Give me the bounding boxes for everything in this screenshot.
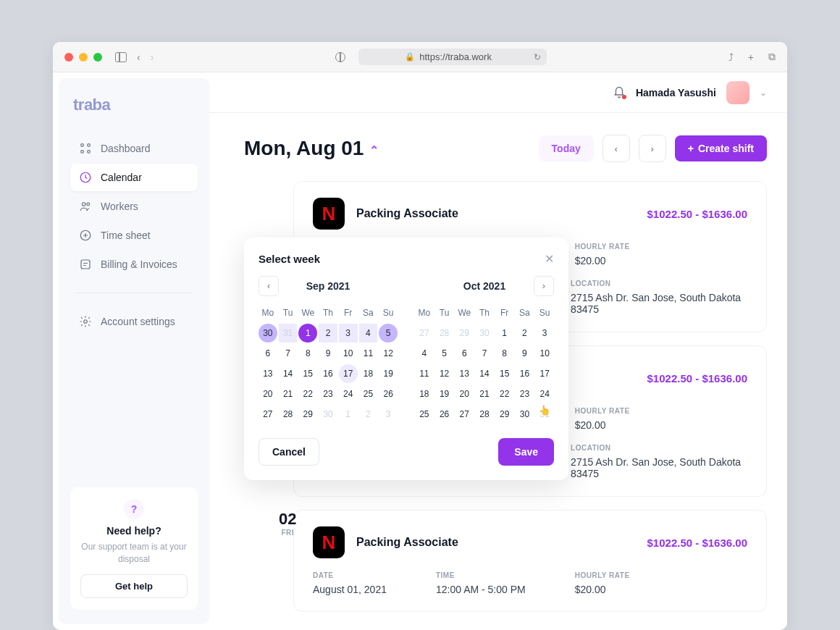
- calendar-day[interactable]: 21: [475, 385, 494, 403]
- calendar-day[interactable]: 8: [495, 344, 514, 363]
- calendar-day[interactable]: 4: [415, 344, 434, 363]
- calendar-day[interactable]: 25: [359, 385, 378, 403]
- close-window[interactable]: [64, 53, 73, 62]
- calendar-day[interactable]: 7: [475, 344, 494, 363]
- calendar-day[interactable]: 22: [495, 385, 514, 403]
- cancel-button[interactable]: Cancel: [259, 438, 319, 466]
- calendar-day[interactable]: 26: [379, 385, 398, 403]
- calendar-day[interactable]: 13: [455, 364, 474, 383]
- calendar-day[interactable]: 27: [415, 324, 434, 343]
- calendar-day[interactable]: 28: [279, 405, 298, 424]
- calendar-day[interactable]: 9: [516, 344, 534, 363]
- calendar-day[interactable]: 27: [259, 405, 277, 424]
- calendar-day[interactable]: 7: [279, 344, 298, 363]
- calendar-day[interactable]: 1: [495, 324, 514, 343]
- calendar-day[interactable]: 17: [339, 364, 358, 383]
- calendar-day[interactable]: 19: [379, 364, 398, 383]
- avatar[interactable]: [726, 81, 749, 104]
- calendar-day[interactable]: 3: [379, 405, 398, 424]
- save-button[interactable]: Save: [498, 438, 554, 466]
- calendar-day[interactable]: 30: [475, 324, 494, 343]
- sidebar-item-settings[interactable]: Account settings: [70, 308, 198, 335]
- minimize-window[interactable]: [79, 53, 88, 62]
- calendar-day[interactable]: 26: [435, 405, 454, 424]
- calendar-day[interactable]: 30: [516, 405, 534, 424]
- calendar-day[interactable]: 23: [319, 385, 337, 403]
- share-icon[interactable]: ⤴: [728, 51, 734, 63]
- calendar-day[interactable]: 24: [535, 385, 554, 403]
- new-tab-icon[interactable]: +: [748, 51, 754, 63]
- calendar-day[interactable]: 12: [379, 344, 398, 363]
- calendar-day[interactable]: 24: [339, 385, 358, 403]
- get-help-button[interactable]: Get help: [80, 574, 188, 598]
- calendar-day[interactable]: 2: [359, 405, 378, 424]
- prev-day-button[interactable]: ‹: [602, 135, 630, 162]
- calendar-day[interactable]: 5: [435, 344, 454, 363]
- calendar-day[interactable]: 22: [298, 385, 317, 403]
- calendar-day[interactable]: 5: [379, 324, 398, 343]
- calendar-day[interactable]: 18: [359, 364, 378, 383]
- calendar-day[interactable]: 14: [279, 364, 298, 383]
- calendar-day[interactable]: 15: [298, 364, 317, 383]
- chevron-down-icon[interactable]: ⌄: [760, 88, 767, 98]
- calendar-day[interactable]: 17: [535, 364, 554, 383]
- bell-icon[interactable]: [613, 86, 626, 99]
- sidebar-item-dashboard[interactable]: Dashboard: [70, 135, 198, 162]
- calendar-day[interactable]: 28: [475, 405, 494, 424]
- calendar-day[interactable]: 16: [516, 364, 534, 383]
- calendar-day[interactable]: 1: [298, 324, 317, 343]
- maximize-window[interactable]: [93, 53, 102, 62]
- sidebar-toggle-icon[interactable]: [115, 52, 127, 62]
- create-shift-button[interactable]: + Create shift: [675, 135, 767, 161]
- calendar-day[interactable]: 14: [475, 364, 494, 383]
- calendar-day[interactable]: 30: [319, 405, 337, 424]
- next-month-button[interactable]: ›: [534, 276, 554, 296]
- calendar-day[interactable]: 27: [455, 405, 474, 424]
- calendar-day[interactable]: 13: [259, 364, 277, 383]
- calendar-day[interactable]: 3: [339, 324, 358, 343]
- calendar-day[interactable]: 23: [516, 385, 534, 403]
- calendar-day[interactable]: 12: [435, 364, 454, 383]
- calendar-day[interactable]: 11: [415, 364, 434, 383]
- calendar-day[interactable]: 21: [279, 385, 298, 403]
- calendar-day[interactable]: 6: [455, 344, 474, 363]
- calendar-day[interactable]: 19: [435, 385, 454, 403]
- sidebar-item-workers[interactable]: Workers: [70, 193, 198, 220]
- calendar-day[interactable]: 29: [495, 405, 514, 424]
- calendar-day[interactable]: 10: [339, 344, 358, 363]
- calendar-day[interactable]: 30: [259, 324, 277, 343]
- close-icon[interactable]: ✕: [545, 252, 554, 266]
- calendar-day[interactable]: 3: [535, 324, 554, 343]
- calendar-day[interactable]: 25: [415, 405, 434, 424]
- next-day-button[interactable]: ›: [639, 135, 666, 162]
- calendar-day[interactable]: 2: [516, 324, 534, 343]
- calendar-day[interactable]: 1: [339, 405, 358, 424]
- privacy-shield-icon[interactable]: [335, 52, 345, 62]
- calendar-day[interactable]: 8: [298, 344, 317, 363]
- shift-card[interactable]: N Packing Associate $1022.50 - $1636.00 …: [293, 510, 767, 612]
- calendar-day[interactable]: 20: [455, 385, 474, 403]
- calendar-day[interactable]: 6: [259, 344, 277, 363]
- calendar-day[interactable]: 15: [495, 364, 514, 383]
- forward-icon[interactable]: ›: [151, 51, 154, 63]
- calendar-day[interactable]: 18: [415, 385, 434, 403]
- calendar-day[interactable]: 31: [279, 324, 298, 343]
- calendar-day[interactable]: 29: [455, 324, 474, 343]
- back-icon[interactable]: ‹: [137, 51, 140, 63]
- reload-icon[interactable]: ↻: [534, 52, 541, 62]
- calendar-day[interactable]: 29: [298, 405, 317, 424]
- calendar-day[interactable]: 20: [259, 385, 277, 403]
- calendar-day[interactable]: 28: [435, 324, 454, 343]
- calendar-day[interactable]: 10: [535, 344, 554, 363]
- sidebar-item-timesheet[interactable]: Time sheet: [70, 222, 198, 249]
- sidebar-item-calendar[interactable]: Calendar: [70, 164, 198, 191]
- calendar-day[interactable]: 16: [319, 364, 337, 383]
- calendar-day[interactable]: 4: [359, 324, 378, 343]
- tabs-icon[interactable]: ⧉: [768, 51, 776, 63]
- address-bar[interactable]: 🔒 https://traba.work ↻: [358, 49, 547, 65]
- sidebar-item-billing[interactable]: Billing & Invoices: [70, 251, 198, 278]
- calendar-day[interactable]: 11: [359, 344, 378, 363]
- page-title[interactable]: Mon, Aug 01 ⌃: [244, 137, 379, 160]
- prev-month-button[interactable]: ‹: [259, 276, 279, 296]
- calendar-day[interactable]: 9: [319, 344, 337, 363]
